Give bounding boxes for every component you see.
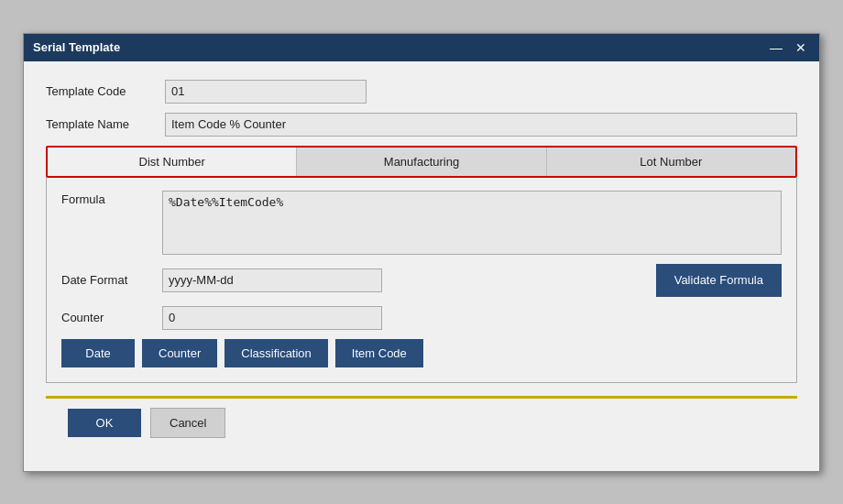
template-name-row: Template Name [46,113,797,137]
counter-input[interactable] [162,306,382,330]
counter-button[interactable]: Counter [142,339,217,367]
dialog-body: Template Code Template Name Dist Number … [24,61,819,471]
classification-button[interactable]: Classification [224,339,328,367]
action-buttons: Date Counter Classification Item Code [61,339,782,367]
content-panel: Formula %Date%%ItemCode% Date Format Val… [46,178,797,383]
date-button[interactable]: Date [61,339,135,367]
template-code-label: Template Code [46,84,165,98]
counter-row: Counter [61,306,782,330]
formula-input[interactable]: %Date%%ItemCode% [162,191,782,255]
formula-row: Formula %Date%%ItemCode% [61,191,782,255]
template-name-input[interactable] [165,113,797,137]
dialog-title: Serial Template [33,40,120,54]
title-bar-controls: — ✕ [766,41,810,54]
counter-label: Counter [61,311,162,324]
ok-button[interactable]: OK [68,409,141,437]
date-format-label: Date Format [61,273,162,287]
validate-section: Validate Formula [641,264,782,297]
date-format-input[interactable] [162,268,382,292]
formula-label: Formula [61,191,162,206]
tab-manufacturing[interactable]: Manufacturing [297,148,546,176]
cancel-button[interactable]: Cancel [150,408,225,438]
bottom-bar: OK Cancel [46,396,797,453]
validate-formula-button[interactable]: Validate Formula [656,264,782,297]
serial-template-dialog: Serial Template — ✕ Template Code Templa… [23,33,820,472]
minimize-button[interactable]: — [766,41,786,54]
template-name-label: Template Name [46,117,165,131]
template-code-input[interactable] [165,80,367,104]
tab-bar: Dist Number Manufacturing Lot Number [46,146,797,178]
template-code-row: Template Code [46,80,797,104]
tab-lot-number[interactable]: Lot Number [547,148,795,176]
item-code-button[interactable]: Item Code [335,339,423,367]
tab-dist-number[interactable]: Dist Number [48,148,297,176]
close-button[interactable]: ✕ [792,41,810,54]
title-bar: Serial Template — ✕ [24,34,819,61]
date-format-row: Date Format [61,268,641,292]
